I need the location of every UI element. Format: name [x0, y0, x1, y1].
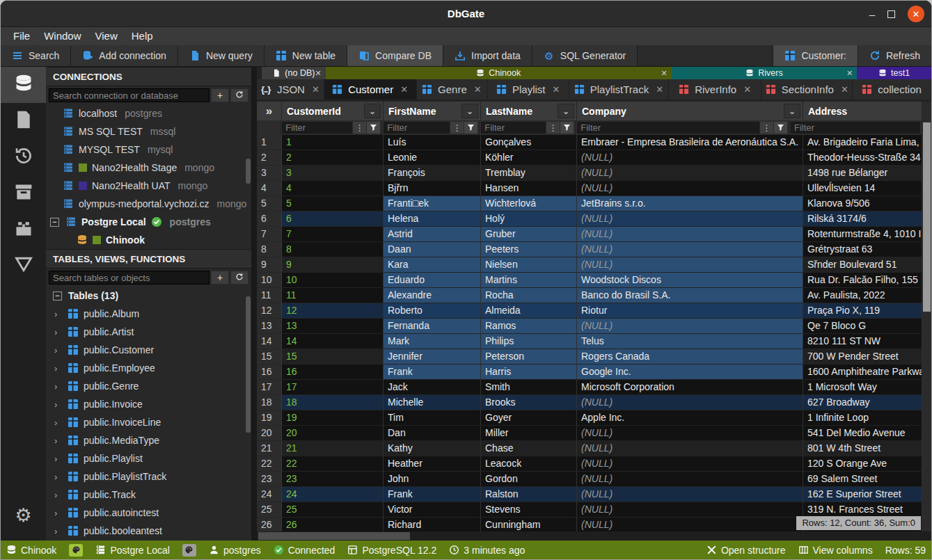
- connection-item[interactable]: olympus-medportal.vychozi.czmongo: [46, 195, 251, 213]
- grid-cell-firstname[interactable]: Kathy: [384, 441, 481, 456]
- grid-cell-company[interactable]: Riotur: [577, 303, 803, 319]
- grid-cell-company[interactable]: Banco do Brasil S.A.: [577, 288, 803, 303]
- grid-cell-company[interactable]: (NULL): [577, 227, 803, 242]
- tables-scrollbar[interactable]: [246, 296, 251, 433]
- rail-item-settings[interactable]: ⚙: [1, 497, 46, 534]
- grid-cell-address[interactable]: Rua Dr. Falcăo Filho, 155: [803, 273, 922, 288]
- column-header-customerid[interactable]: CustomerId⌄: [282, 102, 384, 120]
- grid-cell-company[interactable]: (NULL): [577, 257, 803, 273]
- grid-cell-lastname[interactable]: Gonçalves: [481, 135, 577, 150]
- add-table-small-button[interactable]: +: [211, 271, 229, 285]
- grid-cell-company[interactable]: JetBrains s.r.o.: [577, 196, 803, 211]
- row-number-cell[interactable]: 22: [257, 456, 282, 472]
- row-number-cell[interactable]: 6: [257, 211, 282, 227]
- column-header-company[interactable]: Company⌄: [577, 102, 803, 120]
- close-button[interactable]: ✕: [908, 6, 924, 22]
- grid-cell-customerid[interactable]: 3: [282, 166, 384, 181]
- close-icon[interactable]: ✕: [552, 84, 560, 95]
- chevron-down-icon[interactable]: ⌄: [558, 104, 574, 118]
- connection-item[interactable]: MS SQL TESTmssql: [46, 122, 251, 141]
- row-number-cell[interactable]: 12: [257, 303, 282, 319]
- row-number-cell[interactable]: 7: [257, 227, 282, 242]
- grid-cell-lastname[interactable]: Philips: [481, 334, 577, 349]
- grid-cell-company[interactable]: Telus: [577, 334, 803, 349]
- grid-cell-firstname[interactable]: John: [384, 472, 481, 487]
- row-number-cell[interactable]: 1: [257, 135, 282, 150]
- grid-cell-company[interactable]: (NULL): [577, 395, 803, 410]
- grid-cell-address[interactable]: Sřnder Boulevard 51: [803, 257, 922, 273]
- row-number-cell[interactable]: 21: [257, 441, 282, 456]
- grid-cell-lastname[interactable]: Hansen: [481, 181, 577, 196]
- grid-horizontal-scrollbar[interactable]: [257, 531, 922, 541]
- rail-item-files[interactable]: [1, 103, 46, 139]
- grid-cell-company[interactable]: (NULL): [577, 441, 803, 456]
- palette-icon[interactable]: [182, 544, 196, 557]
- filter-input[interactable]: [577, 122, 759, 134]
- grid-cell-customerid[interactable]: 24: [282, 487, 384, 502]
- grid-cell-company[interactable]: (NULL): [577, 181, 803, 196]
- grid-cell-address[interactable]: 1 Microsoft Way: [803, 380, 922, 395]
- grid-cell-firstname[interactable]: Franti□ek: [384, 196, 481, 211]
- grid-cell-company[interactable]: Embraer - Empresa Brasileira de Aeronáut…: [577, 135, 803, 150]
- grid-cell-lastname[interactable]: Almeida: [481, 303, 577, 319]
- grid-cell-lastname[interactable]: Chase: [481, 441, 577, 456]
- chevron-right-icon[interactable]: ›: [54, 417, 63, 428]
- row-number-cell[interactable]: 26: [257, 518, 282, 531]
- chevron-right-icon[interactable]: ›: [54, 381, 63, 392]
- tab-collection[interactable]: collection: [853, 79, 931, 99]
- grid-cell-address[interactable]: Grétrystraat 63: [803, 242, 922, 257]
- status-item-postgre-local[interactable]: Postgre Local: [95, 545, 170, 556]
- status-item-color[interactable]: [182, 544, 196, 557]
- grid-cell-company[interactable]: Apple Inc.: [577, 410, 803, 426]
- menu-item-file[interactable]: File: [6, 27, 37, 45]
- grid-cell-address[interactable]: 627 Broadway: [803, 395, 922, 410]
- row-number-cell[interactable]: 17: [257, 380, 282, 395]
- toolbar-button-customer[interactable]: Customer:: [773, 45, 858, 66]
- status-item-chinook[interactable]: Chinook: [6, 545, 56, 556]
- grid-corner-cell[interactable]: »: [257, 102, 282, 120]
- toolbar-button-refresh[interactable]: Refresh: [858, 45, 931, 66]
- grid-cell-company[interactable]: (NULL): [577, 242, 803, 257]
- status-item-color[interactable]: [69, 544, 83, 557]
- tables-search-input[interactable]: [49, 271, 210, 285]
- row-number-cell[interactable]: 15: [257, 349, 282, 365]
- grid-cell-customerid[interactable]: 1: [282, 135, 384, 150]
- grid-cell-address[interactable]: 162 E Superior Street: [803, 487, 922, 502]
- connections-search-input[interactable]: [49, 88, 210, 102]
- grid-cell-lastname[interactable]: Goyer: [481, 410, 577, 426]
- row-number-cell[interactable]: 13: [257, 319, 282, 334]
- grid-cell-firstname[interactable]: Mark: [384, 334, 481, 349]
- row-number-cell[interactable]: 20: [257, 426, 282, 441]
- table-tree-item[interactable]: ›public.Playlist: [46, 449, 251, 467]
- tab-playlisttrack[interactable]: PlaylistTrack✕: [569, 79, 669, 99]
- grid-cell-lastname[interactable]: Cunningham: [481, 518, 577, 531]
- grid-cell-company[interactable]: Rogers Canada: [577, 349, 803, 365]
- kebab-menu-button[interactable]: ⋮: [352, 122, 366, 134]
- toolbar-button-new-query[interactable]: New query: [178, 45, 264, 66]
- table-tree-item[interactable]: ›public.Employee: [46, 359, 251, 377]
- grid-cell-lastname[interactable]: Harris: [481, 365, 577, 380]
- chevron-right-icon[interactable]: ›: [54, 363, 63, 374]
- vscroll-thumb[interactable]: [923, 122, 931, 312]
- toolbar-button-sql-generator[interactable]: ⚙SQL Generator: [532, 45, 638, 66]
- grid-cell-address[interactable]: Praça Pio X, 119: [803, 303, 922, 319]
- connection-item[interactable]: Nano2Health Stagemongo: [46, 159, 251, 177]
- column-header-lastname[interactable]: LastName⌄: [481, 102, 577, 120]
- grid-cell-company[interactable]: (NULL): [577, 426, 803, 441]
- grid-cell-address[interactable]: 1600 Amphitheatre Parkwa: [803, 365, 922, 380]
- grid-cell-address[interactable]: Qe 7 Bloco G: [803, 319, 922, 334]
- grid-cell-customerid[interactable]: 14: [282, 334, 384, 349]
- row-number-cell[interactable]: 2: [257, 150, 282, 166]
- chevron-right-icon[interactable]: ›: [54, 454, 63, 464]
- grid-cell-firstname[interactable]: Frank: [384, 365, 481, 380]
- chevron-right-icon[interactable]: ›: [54, 526, 63, 536]
- tab-playlist[interactable]: Playlist✕: [487, 79, 569, 99]
- close-icon[interactable]: ✕: [400, 84, 408, 95]
- table-tree-item[interactable]: ›public.InvoiceLine: [46, 413, 251, 431]
- row-number-cell[interactable]: 8: [257, 242, 282, 257]
- grid-cell-lastname[interactable]: Stevens: [481, 502, 577, 518]
- grid-cell-firstname[interactable]: Jack: [384, 380, 481, 395]
- table-tree-item[interactable]: ›public.Invoice: [46, 395, 251, 413]
- panel-splitter[interactable]: [251, 67, 257, 541]
- grid-cell-firstname[interactable]: François: [384, 166, 481, 181]
